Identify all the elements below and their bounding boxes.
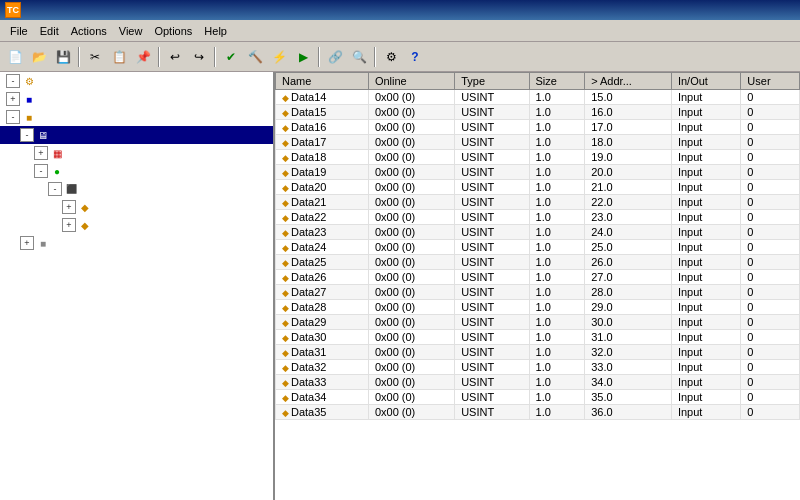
cell-addr: 34.0 bbox=[585, 375, 672, 390]
tree-item-device1[interactable]: + ▦ bbox=[0, 144, 273, 162]
config-btn[interactable]: ⚙ bbox=[380, 46, 402, 68]
menu-item-options[interactable]: Options bbox=[148, 23, 198, 39]
expand-mappings[interactable]: + bbox=[20, 236, 34, 250]
cell-addr: 22.0 bbox=[585, 195, 672, 210]
col-addr[interactable]: > Addr... bbox=[585, 73, 672, 90]
tree-item-io[interactable]: - ■ bbox=[0, 108, 273, 126]
expand-inputs[interactable]: + bbox=[62, 200, 76, 214]
table-row[interactable]: ◆Data350x00 (0)USINT1.036.0Input0 bbox=[276, 405, 800, 420]
cell-addr: 21.0 bbox=[585, 180, 672, 195]
table-row[interactable]: ◆Data140x00 (0)USINT1.015.0Input0 bbox=[276, 90, 800, 105]
cell-name: ◆Data34 bbox=[276, 390, 369, 405]
col-online[interactable]: Online bbox=[368, 73, 454, 90]
menu-item-view[interactable]: View bbox=[113, 23, 149, 39]
search-btn[interactable]: 🔍 bbox=[348, 46, 370, 68]
col-name[interactable]: Name bbox=[276, 73, 369, 90]
table-row[interactable]: ◆Data230x00 (0)USINT1.024.0Input0 bbox=[276, 225, 800, 240]
connect-btn[interactable]: 🔗 bbox=[324, 46, 346, 68]
cell-name: ◆Data22 bbox=[276, 210, 369, 225]
cell-type: USINT bbox=[455, 120, 529, 135]
menu-bar: FileEditActionsViewOptionsHelp bbox=[0, 20, 800, 42]
check-btn[interactable]: ✔ bbox=[220, 46, 242, 68]
cell-user: 0 bbox=[741, 105, 800, 120]
outputs-icon: ◆ bbox=[77, 217, 93, 233]
new-btn[interactable]: 📄 bbox=[4, 46, 26, 68]
build-btn[interactable]: 🔨 bbox=[244, 46, 266, 68]
open-btn[interactable]: 📂 bbox=[28, 46, 50, 68]
table-row[interactable]: ◆Data180x00 (0)USINT1.019.0Input0 bbox=[276, 150, 800, 165]
help-btn[interactable]: ? bbox=[404, 46, 426, 68]
tree-item-mappings[interactable]: + ■ bbox=[0, 234, 273, 252]
table-row[interactable]: ◆Data210x00 (0)USINT1.022.0Input0 bbox=[276, 195, 800, 210]
table-row[interactable]: ◆Data340x00 (0)USINT1.035.0Input0 bbox=[276, 390, 800, 405]
iodevices-icon: 🖥 bbox=[35, 127, 51, 143]
cell-inout: Input bbox=[671, 105, 740, 120]
col-size[interactable]: Size bbox=[529, 73, 585, 90]
table-row[interactable]: ◆Data270x00 (0)USINT1.028.0Input0 bbox=[276, 285, 800, 300]
cell-user: 0 bbox=[741, 375, 800, 390]
table-row[interactable]: ◆Data260x00 (0)USINT1.027.0Input0 bbox=[276, 270, 800, 285]
cell-inout: Input bbox=[671, 270, 740, 285]
redo-btn[interactable]: ↪ bbox=[188, 46, 210, 68]
tree-item-system[interactable]: - ⚙ bbox=[0, 72, 273, 90]
menu-item-edit[interactable]: Edit bbox=[34, 23, 65, 39]
table-row[interactable]: ◆Data240x00 (0)USINT1.025.0Input0 bbox=[276, 240, 800, 255]
table-body: ◆Data140x00 (0)USINT1.015.0Input0◆Data15… bbox=[276, 90, 800, 420]
undo-btn[interactable]: ↩ bbox=[164, 46, 186, 68]
table-row[interactable]: ◆Data310x00 (0)USINT1.032.0Input0 bbox=[276, 345, 800, 360]
col-user[interactable]: User bbox=[741, 73, 800, 90]
table-row[interactable]: ◆Data150x00 (0)USINT1.016.0Input0 bbox=[276, 105, 800, 120]
table-row[interactable]: ◆Data250x00 (0)USINT1.026.0Input0 bbox=[276, 255, 800, 270]
cell-size: 1.0 bbox=[529, 330, 585, 345]
menu-item-help[interactable]: Help bbox=[198, 23, 233, 39]
expand-io[interactable]: - bbox=[6, 110, 20, 124]
expand-outputs[interactable]: + bbox=[62, 218, 76, 232]
table-row[interactable]: ◆Data160x00 (0)USINT1.017.0Input0 bbox=[276, 120, 800, 135]
cell-type: USINT bbox=[455, 345, 529, 360]
table-row[interactable]: ◆Data170x00 (0)USINT1.018.0Input0 bbox=[276, 135, 800, 150]
cell-online: 0x00 (0) bbox=[368, 180, 454, 195]
tree-item-inputs[interactable]: + ◆ bbox=[0, 198, 273, 216]
col-type[interactable]: Type bbox=[455, 73, 529, 90]
col-inout[interactable]: In/Out bbox=[671, 73, 740, 90]
cell-addr: 36.0 bbox=[585, 405, 672, 420]
paste-btn[interactable]: 📌 bbox=[132, 46, 154, 68]
tree-item-device2[interactable]: - ● bbox=[0, 162, 273, 180]
table-row[interactable]: ◆Data220x00 (0)USINT1.023.0Input0 bbox=[276, 210, 800, 225]
expand-iodevices[interactable]: - bbox=[20, 128, 34, 142]
cut-btn[interactable]: ✂ bbox=[84, 46, 106, 68]
menu-item-file[interactable]: File bbox=[4, 23, 34, 39]
expand-device2[interactable]: - bbox=[34, 164, 48, 178]
device2image-icon: ⬛ bbox=[63, 181, 79, 197]
tree-item-plc[interactable]: + ■ bbox=[0, 90, 273, 108]
expand-plc[interactable]: + bbox=[6, 92, 20, 106]
tree-item-outputs[interactable]: + ◆ bbox=[0, 216, 273, 234]
cell-addr: 30.0 bbox=[585, 315, 672, 330]
cell-addr: 29.0 bbox=[585, 300, 672, 315]
activate-btn[interactable]: ⚡ bbox=[268, 46, 290, 68]
table-row[interactable]: ◆Data320x00 (0)USINT1.033.0Input0 bbox=[276, 360, 800, 375]
menu-item-actions[interactable]: Actions bbox=[65, 23, 113, 39]
table-row[interactable]: ◆Data190x00 (0)USINT1.020.0Input0 bbox=[276, 165, 800, 180]
table-row[interactable]: ◆Data290x00 (0)USINT1.030.0Input0 bbox=[276, 315, 800, 330]
cell-addr: 23.0 bbox=[585, 210, 672, 225]
table-row[interactable]: ◆Data300x00 (0)USINT1.031.0Input0 bbox=[276, 330, 800, 345]
expand-device1[interactable]: + bbox=[34, 146, 48, 160]
tree-item-device2image[interactable]: - ⬛ bbox=[0, 180, 273, 198]
table-row[interactable]: ◆Data200x00 (0)USINT1.021.0Input0 bbox=[276, 180, 800, 195]
cell-addr: 35.0 bbox=[585, 390, 672, 405]
table-row[interactable]: ◆Data330x00 (0)USINT1.034.0Input0 bbox=[276, 375, 800, 390]
table-row[interactable]: ◆Data280x00 (0)USINT1.029.0Input0 bbox=[276, 300, 800, 315]
tree-item-iodevices[interactable]: - 🖥 bbox=[0, 126, 273, 144]
cell-online: 0x00 (0) bbox=[368, 135, 454, 150]
copy-btn[interactable]: 📋 bbox=[108, 46, 130, 68]
expand-device2image[interactable]: - bbox=[48, 182, 62, 196]
save-btn[interactable]: 💾 bbox=[52, 46, 74, 68]
row-diamond-icon: ◆ bbox=[282, 348, 289, 358]
row-diamond-icon: ◆ bbox=[282, 138, 289, 148]
cell-name: ◆Data32 bbox=[276, 360, 369, 375]
run-btn[interactable]: ▶ bbox=[292, 46, 314, 68]
cell-name: ◆Data21 bbox=[276, 195, 369, 210]
cell-online: 0x00 (0) bbox=[368, 390, 454, 405]
expand-system[interactable]: - bbox=[6, 74, 20, 88]
